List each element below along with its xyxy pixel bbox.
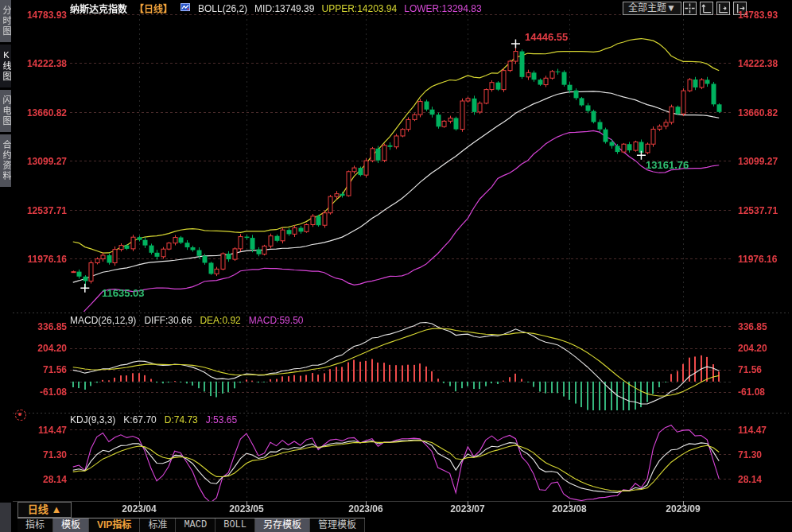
x-axis-label: 2023/09 <box>658 503 709 515</box>
kdj-axis-label: 28.14 <box>14 474 67 485</box>
sidebar-item-contract-info[interactable]: 合约资料 <box>0 134 11 187</box>
kline-indicator-icon <box>180 2 191 15</box>
x-axis-label: 2023/04 <box>114 503 165 515</box>
macd-axis-label: -61.08 <box>14 386 67 398</box>
kdj-axis-label: 114.47 <box>14 425 67 436</box>
sidebar-bottom-block <box>0 503 11 532</box>
main-chart-canvas[interactable] <box>0 0 792 532</box>
price-axis-label: 14222.38 <box>14 58 67 69</box>
kdj-header: KDJ(9,3,3) K:67.70 D:74.73 J:53.65 <box>70 414 237 425</box>
sidebar-item-timeshare[interactable]: 分时图 <box>0 0 11 42</box>
price-axis-label: 13099.27 <box>738 156 790 167</box>
annotation-march-low: 11635.03 <box>102 287 145 299</box>
sidebar-item-lightning[interactable]: 闪电图 <box>0 90 11 132</box>
macd-axis-label: 71.56 <box>14 364 67 375</box>
theme-select-button[interactable]: 全部主题▼ <box>623 2 681 15</box>
x-axis-label: 2023/08 <box>544 503 595 515</box>
x-axis-label: 2023/06 <box>340 503 391 515</box>
price-axis-label: 14783.93 <box>738 10 790 21</box>
macd-macd-value: MACD:59.50 <box>249 315 304 326</box>
crosshair-icon[interactable] <box>683 2 697 15</box>
price-axis-label: 12537.71 <box>14 205 67 216</box>
left-sidebar: 分时图 K线图 闪电图 合约资料 <box>0 0 11 503</box>
period-tag: 【日线】 <box>134 2 173 15</box>
bottom-tab-bar: 指标 模板 VIP指标 标准 MACD BOLL 另存模板 管理模板 <box>17 518 365 532</box>
macd-axis-label: 204.20 <box>14 343 67 354</box>
indicator-marker-icon[interactable] <box>15 410 26 421</box>
macd-params-label: MACD(26,12,9) <box>70 315 136 326</box>
price-axis-label: 11976.16 <box>14 254 67 265</box>
kdj-axis-label: 71.30 <box>738 449 790 460</box>
kdj-d-value: D:74.73 <box>165 414 198 425</box>
zoom-horizontal-icon[interactable] <box>716 2 730 15</box>
tab-boll[interactable]: BOLL <box>215 518 255 532</box>
x-axis-label: 2023/05 <box>221 503 272 515</box>
kdj-j-value: J:53.65 <box>206 414 237 425</box>
macd-diff-value: DIFF:30.66 <box>144 315 192 326</box>
price-axis-label: 11976.16 <box>738 254 790 265</box>
macd-axis-label: -61.08 <box>738 386 790 398</box>
period-label: 日线 <box>28 503 49 515</box>
annotation-august-low: 13161.76 <box>646 159 689 171</box>
boll-params-label: BOLL(26,2) <box>198 3 247 14</box>
tab-vip-indicator[interactable]: VIP指标 <box>89 518 140 532</box>
top-toolbar <box>683 2 747 15</box>
tab-save-template[interactable]: 另存模板 <box>255 518 310 532</box>
macd-axis-label: 336.85 <box>14 321 67 332</box>
price-axis-label: 13660.82 <box>738 107 790 118</box>
sidebar-item-kline[interactable]: K线图 <box>0 45 11 87</box>
macd-axis-label: 71.56 <box>738 364 790 375</box>
zoom-vertical-icon[interactable] <box>700 2 713 15</box>
macd-header: MACD(26,12,9) DIFF:30.66 DEA:0.92 MACD:5… <box>70 315 303 326</box>
boll-lower-value: LOWER:13294.83 <box>404 3 481 14</box>
kdj-params-label: KDJ(9,3,3) <box>70 414 115 425</box>
kdj-k-value: K:67.70 <box>123 414 156 425</box>
period-arrow-icon: ▲ <box>51 503 61 515</box>
boll-upper-value: UPPER:14203.94 <box>321 3 397 14</box>
tab-macd[interactable]: MACD <box>176 518 215 532</box>
tab-manage-template[interactable]: 管理模板 <box>310 518 365 532</box>
period-select-button[interactable]: 日线 ▲ <box>17 502 72 518</box>
tab-template[interactable]: 模板 <box>53 518 89 532</box>
price-axis-label: 13660.82 <box>14 107 67 118</box>
price-axis-label: 14222.38 <box>738 58 790 69</box>
x-axis-label: 2023/07 <box>442 503 493 515</box>
price-axis-label: 13099.27 <box>14 156 67 167</box>
chart-header: 纳斯达克指数 【日线】 BOLL(26,2) MID:13749.39 UPPE… <box>70 2 482 15</box>
price-axis-label: 12537.71 <box>738 205 790 216</box>
kdj-axis-label: 28.14 <box>738 474 790 485</box>
symbol-title: 纳斯达克指数 <box>70 2 127 15</box>
tab-indicator[interactable]: 指标 <box>17 518 53 532</box>
annotation-period-high: 14446.55 <box>525 31 568 43</box>
boll-mid-value: MID:13749.39 <box>254 3 314 14</box>
price-axis-label: 14783.93 <box>14 10 67 21</box>
kdj-axis-label: 114.47 <box>738 425 790 436</box>
macd-axis-label: 336.85 <box>738 321 790 332</box>
app-root: 分时图 K线图 闪电图 合约资料 纳斯达克指数 【日线】 BOLL(26,2) … <box>0 0 792 532</box>
macd-dea-value: DEA:0.92 <box>200 315 240 326</box>
tab-standard[interactable]: 标准 <box>140 518 176 532</box>
kdj-axis-label: 71.30 <box>14 449 67 460</box>
macd-axis-label: 204.20 <box>738 343 790 354</box>
